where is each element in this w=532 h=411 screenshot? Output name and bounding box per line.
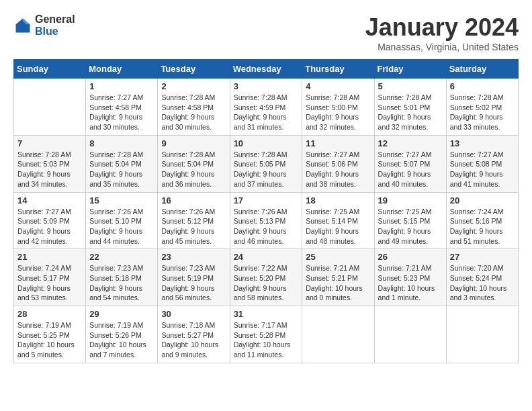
day-number: 17 — [234, 195, 299, 205]
day-number: 27 — [450, 252, 515, 262]
day-number: 29 — [89, 309, 154, 319]
calendar-header-row: SundayMondayTuesdayWednesdayThursdayFrid… — [14, 60, 519, 79]
calendar-cell: 31Sunrise: 7:17 AMSunset: 5:28 PMDayligh… — [230, 306, 302, 363]
calendar-cell: 20Sunrise: 7:24 AMSunset: 5:16 PMDayligh… — [446, 192, 518, 249]
day-number: 8 — [89, 138, 154, 148]
calendar-cell: 25Sunrise: 7:21 AMSunset: 5:21 PMDayligh… — [302, 249, 374, 306]
day-info: Sunrise: 7:23 AMSunset: 5:19 PMDaylight:… — [161, 263, 226, 303]
day-number: 5 — [378, 81, 443, 91]
logo: General Blue — [13, 13, 75, 37]
day-info: Sunrise: 7:28 AMSunset: 5:01 PMDaylight:… — [378, 93, 443, 132]
day-info: Sunrise: 7:22 AMSunset: 5:20 PMDaylight:… — [234, 263, 299, 303]
calendar-cell: 10Sunrise: 7:28 AMSunset: 5:05 PMDayligh… — [230, 135, 302, 192]
calendar-header-sunday: Sunday — [14, 60, 86, 79]
day-info: Sunrise: 7:27 AMSunset: 5:07 PMDaylight:… — [378, 150, 443, 189]
location-title: Manassas, Virginia, United States — [365, 42, 519, 52]
calendar-week-row: 7Sunrise: 7:28 AMSunset: 5:03 PMDaylight… — [14, 135, 519, 192]
day-number: 19 — [378, 195, 443, 205]
day-info: Sunrise: 7:19 AMSunset: 5:26 PMDaylight:… — [89, 320, 154, 360]
calendar-cell: 18Sunrise: 7:25 AMSunset: 5:14 PMDayligh… — [302, 192, 374, 249]
calendar-week-row: 1Sunrise: 7:27 AMSunset: 4:58 PMDaylight… — [14, 79, 519, 136]
calendar-week-row: 14Sunrise: 7:27 AMSunset: 5:09 PMDayligh… — [14, 192, 519, 249]
day-number: 14 — [17, 195, 82, 205]
day-info: Sunrise: 7:24 AMSunset: 5:16 PMDaylight:… — [450, 207, 515, 246]
calendar-cell — [14, 79, 86, 136]
month-title: January 2024 — [365, 13, 519, 42]
day-number: 16 — [161, 195, 226, 205]
day-info: Sunrise: 7:21 AMSunset: 5:21 PMDaylight:… — [306, 263, 370, 303]
calendar-header-wednesday: Wednesday — [230, 60, 302, 79]
day-info: Sunrise: 7:26 AMSunset: 5:12 PMDaylight:… — [161, 207, 226, 246]
day-number: 13 — [450, 138, 515, 148]
day-number: 28 — [17, 309, 82, 319]
calendar-cell: 8Sunrise: 7:28 AMSunset: 5:04 PMDaylight… — [86, 135, 158, 192]
calendar-cell: 16Sunrise: 7:26 AMSunset: 5:12 PMDayligh… — [158, 192, 230, 249]
day-number: 10 — [234, 138, 299, 148]
day-info: Sunrise: 7:28 AMSunset: 5:05 PMDaylight:… — [234, 150, 299, 189]
day-info: Sunrise: 7:25 AMSunset: 5:14 PMDaylight:… — [306, 207, 370, 246]
day-info: Sunrise: 7:28 AMSunset: 5:04 PMDaylight:… — [161, 150, 226, 189]
calendar-cell: 22Sunrise: 7:23 AMSunset: 5:18 PMDayligh… — [86, 249, 158, 306]
calendar-header-tuesday: Tuesday — [158, 60, 230, 79]
calendar-cell: 19Sunrise: 7:25 AMSunset: 5:15 PMDayligh… — [374, 192, 446, 249]
day-info: Sunrise: 7:18 AMSunset: 5:27 PMDaylight:… — [161, 320, 226, 360]
calendar-cell: 11Sunrise: 7:27 AMSunset: 5:06 PMDayligh… — [302, 135, 374, 192]
day-info: Sunrise: 7:28 AMSunset: 5:00 PMDaylight:… — [306, 93, 370, 132]
calendar-cell: 13Sunrise: 7:27 AMSunset: 5:08 PMDayligh… — [446, 135, 518, 192]
calendar-header-saturday: Saturday — [446, 60, 518, 79]
day-info: Sunrise: 7:28 AMSunset: 4:58 PMDaylight:… — [161, 93, 226, 132]
day-number: 15 — [89, 195, 154, 205]
calendar-cell: 21Sunrise: 7:24 AMSunset: 5:17 PMDayligh… — [14, 249, 86, 306]
day-number: 30 — [161, 309, 226, 319]
calendar-cell — [446, 306, 518, 363]
calendar-cell: 6Sunrise: 7:28 AMSunset: 5:02 PMDaylight… — [446, 79, 518, 136]
day-info: Sunrise: 7:28 AMSunset: 5:03 PMDaylight:… — [17, 150, 82, 189]
calendar: SundayMondayTuesdayWednesdayThursdayFrid… — [13, 59, 519, 363]
calendar-cell: 4Sunrise: 7:28 AMSunset: 5:00 PMDaylight… — [302, 79, 374, 136]
day-number: 20 — [450, 195, 515, 205]
logo-general-text: General — [35, 13, 75, 26]
day-info: Sunrise: 7:27 AMSunset: 4:58 PMDaylight:… — [89, 93, 154, 132]
calendar-header-monday: Monday — [86, 60, 158, 79]
calendar-header-thursday: Thursday — [302, 60, 374, 79]
logo-icon — [13, 16, 32, 35]
day-number: 24 — [234, 252, 299, 262]
day-info: Sunrise: 7:23 AMSunset: 5:18 PMDaylight:… — [89, 263, 154, 303]
calendar-cell: 5Sunrise: 7:28 AMSunset: 5:01 PMDaylight… — [374, 79, 446, 136]
day-number: 11 — [306, 138, 370, 148]
day-number: 7 — [17, 138, 82, 148]
day-number: 1 — [89, 81, 154, 91]
day-number: 31 — [234, 309, 299, 319]
title-section: January 2024 Manassas, Virginia, United … — [365, 13, 519, 52]
day-number: 3 — [234, 81, 299, 91]
day-number: 23 — [161, 252, 226, 262]
calendar-cell: 7Sunrise: 7:28 AMSunset: 5:03 PMDaylight… — [14, 135, 86, 192]
day-number: 4 — [306, 81, 370, 91]
day-number: 9 — [161, 138, 226, 148]
day-number: 18 — [306, 195, 370, 205]
day-number: 12 — [378, 138, 443, 148]
calendar-cell: 2Sunrise: 7:28 AMSunset: 4:58 PMDaylight… — [158, 79, 230, 136]
day-number: 25 — [306, 252, 370, 262]
calendar-cell — [374, 306, 446, 363]
calendar-cell: 17Sunrise: 7:26 AMSunset: 5:13 PMDayligh… — [230, 192, 302, 249]
calendar-cell: 15Sunrise: 7:26 AMSunset: 5:10 PMDayligh… — [86, 192, 158, 249]
day-number: 2 — [161, 81, 226, 91]
day-info: Sunrise: 7:27 AMSunset: 5:08 PMDaylight:… — [450, 150, 515, 189]
calendar-cell — [302, 306, 374, 363]
calendar-cell: 3Sunrise: 7:28 AMSunset: 4:59 PMDaylight… — [230, 79, 302, 136]
calendar-cell: 30Sunrise: 7:18 AMSunset: 5:27 PMDayligh… — [158, 306, 230, 363]
day-number: 6 — [450, 81, 515, 91]
calendar-cell: 27Sunrise: 7:20 AMSunset: 5:24 PMDayligh… — [446, 249, 518, 306]
calendar-week-row: 28Sunrise: 7:19 AMSunset: 5:25 PMDayligh… — [14, 306, 519, 363]
calendar-cell: 23Sunrise: 7:23 AMSunset: 5:19 PMDayligh… — [158, 249, 230, 306]
day-info: Sunrise: 7:27 AMSunset: 5:09 PMDaylight:… — [17, 207, 82, 246]
logo-blue-text: Blue — [35, 26, 75, 38]
day-info: Sunrise: 7:28 AMSunset: 5:04 PMDaylight:… — [89, 150, 154, 189]
day-number: 21 — [17, 252, 82, 262]
calendar-cell: 12Sunrise: 7:27 AMSunset: 5:07 PMDayligh… — [374, 135, 446, 192]
calendar-cell: 29Sunrise: 7:19 AMSunset: 5:26 PMDayligh… — [86, 306, 158, 363]
day-info: Sunrise: 7:24 AMSunset: 5:17 PMDaylight:… — [17, 263, 82, 303]
day-info: Sunrise: 7:26 AMSunset: 5:10 PMDaylight:… — [89, 207, 154, 246]
calendar-cell: 1Sunrise: 7:27 AMSunset: 4:58 PMDaylight… — [86, 79, 158, 136]
